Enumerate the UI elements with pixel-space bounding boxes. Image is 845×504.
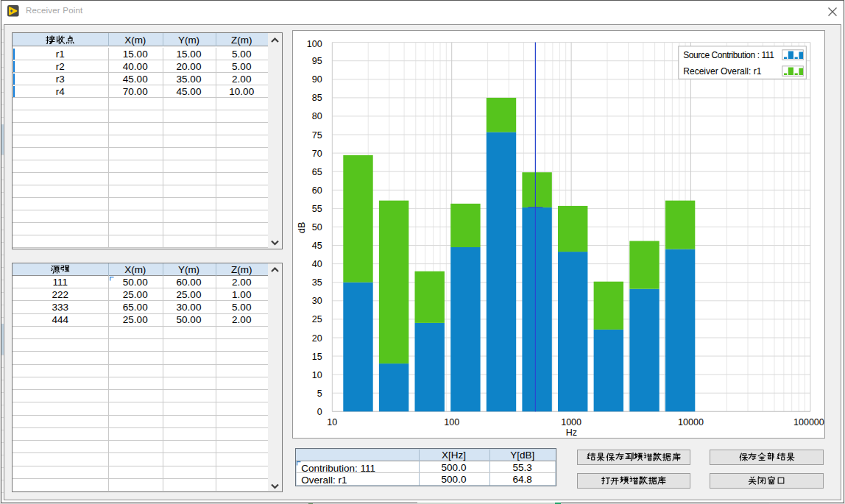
svg-text:0: 0 bbox=[317, 407, 322, 417]
svg-text:95: 95 bbox=[311, 56, 322, 66]
svg-text:15: 15 bbox=[311, 352, 322, 362]
svg-text:Hz: Hz bbox=[565, 427, 576, 437]
svg-text:100: 100 bbox=[444, 417, 459, 427]
svg-text:Receiver Overall: r1: Receiver Overall: r1 bbox=[683, 66, 761, 77]
svg-text:10000: 10000 bbox=[678, 417, 704, 427]
svg-text:20: 20 bbox=[311, 333, 322, 344]
svg-text:5: 5 bbox=[317, 388, 322, 399]
svg-text:35: 35 bbox=[311, 277, 322, 288]
svg-text:45: 45 bbox=[311, 241, 322, 251]
svg-text:10: 10 bbox=[311, 370, 322, 380]
svg-text:80: 80 bbox=[311, 112, 322, 122]
svg-text:90: 90 bbox=[311, 74, 322, 85]
svg-text:65: 65 bbox=[311, 167, 322, 177]
svg-text:100: 100 bbox=[307, 39, 322, 49]
svg-text:100000: 100000 bbox=[793, 417, 824, 427]
svg-text:dB: dB bbox=[297, 222, 307, 233]
svg-text:40: 40 bbox=[311, 259, 322, 269]
svg-text:70: 70 bbox=[311, 149, 322, 159]
svg-text:85: 85 bbox=[311, 93, 322, 104]
svg-text:60: 60 bbox=[311, 185, 322, 196]
svg-text:10: 10 bbox=[327, 417, 337, 427]
svg-text:30: 30 bbox=[311, 296, 322, 306]
svg-text:1000: 1000 bbox=[561, 417, 581, 427]
svg-text:50: 50 bbox=[311, 222, 322, 233]
svg-text:Source Contribution : 111: Source Contribution : 111 bbox=[683, 50, 774, 60]
svg-text:75: 75 bbox=[311, 130, 322, 141]
svg-text:55: 55 bbox=[311, 204, 322, 214]
svg-text:25: 25 bbox=[311, 315, 322, 325]
